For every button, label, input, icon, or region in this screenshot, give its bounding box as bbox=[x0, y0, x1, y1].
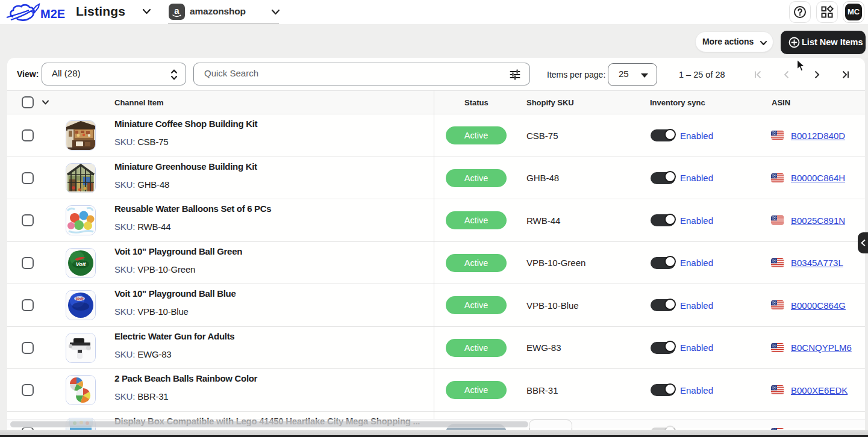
svg-text:M2E: M2E bbox=[40, 7, 65, 20]
svg-text:a: a bbox=[174, 5, 180, 16]
svg-text:Voit: Voit bbox=[76, 297, 84, 301]
svg-text:Voit: Voit bbox=[76, 261, 87, 267]
